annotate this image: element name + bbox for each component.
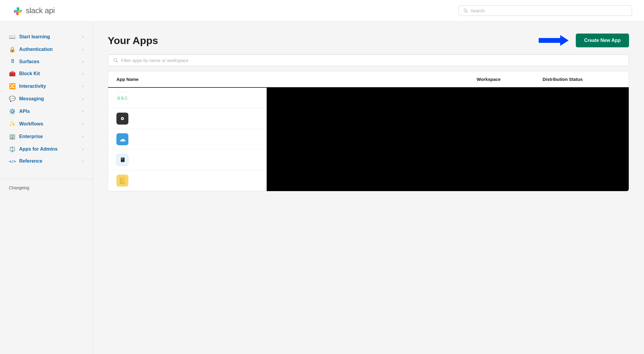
chevron-right-icon: › bbox=[82, 35, 83, 39]
svg-point-7 bbox=[122, 118, 123, 119]
right-arrow-icon bbox=[539, 34, 569, 47]
sidebar-item-label: Block Kit bbox=[19, 71, 40, 76]
apis-icon: ⚙️ bbox=[9, 108, 16, 115]
workflows-icon: ✨ bbox=[9, 121, 16, 127]
main-content: Your Apps Create New App App Name bbox=[93, 22, 644, 354]
authentication-icon: 🔒 bbox=[9, 46, 16, 53]
sidebar-item-label: Messaging bbox=[19, 96, 44, 102]
logo-text: slack api bbox=[26, 6, 55, 15]
slack-logo-icon bbox=[12, 5, 23, 16]
chevron-right-icon: › bbox=[82, 147, 83, 151]
interactivity-icon: 🔀 bbox=[9, 83, 16, 90]
sidebar: 📖 Start learning › 🔒 Authentication › ⠿ … bbox=[0, 22, 93, 354]
header: slack api bbox=[0, 0, 644, 22]
sidebar-item-interactivity[interactable]: 🔀 Interactivity › bbox=[0, 80, 92, 93]
sidebar-item-enterprise[interactable]: 🏢 Enterprise › bbox=[0, 130, 92, 143]
chevron-right-icon: › bbox=[82, 47, 83, 52]
col-app-name: App Name bbox=[116, 77, 477, 82]
filter-input[interactable] bbox=[121, 58, 623, 63]
sidebar-item-label: Surfaces bbox=[19, 59, 40, 64]
page-title: Your Apps bbox=[108, 35, 158, 46]
app-icon: ☁ bbox=[116, 133, 128, 145]
sidebar-nav: 📖 Start learning › 🔒 Authentication › ⠿ … bbox=[0, 31, 92, 167]
sidebar-item-reference[interactable]: </> Reference › bbox=[0, 155, 92, 167]
redacted-overlay bbox=[267, 88, 629, 191]
chevron-right-icon: › bbox=[82, 134, 83, 139]
create-new-app-button[interactable]: Create New App bbox=[576, 34, 629, 47]
logo-area: slack api bbox=[12, 5, 55, 16]
changelog-link[interactable]: Changelog bbox=[9, 185, 29, 190]
enterprise-icon: 🏢 bbox=[9, 133, 16, 140]
app-icon: 🖥 bbox=[116, 154, 128, 166]
svg-marker-2 bbox=[539, 35, 569, 46]
sidebar-item-label: Interactivity bbox=[19, 84, 46, 89]
search-icon bbox=[464, 8, 468, 13]
chevron-right-icon: › bbox=[82, 122, 83, 126]
col-workspace: Workspace bbox=[477, 77, 543, 82]
chevron-right-icon: › bbox=[82, 159, 83, 163]
sidebar-item-surfaces[interactable]: ⠿ Surfaces › bbox=[0, 56, 92, 67]
search-input[interactable] bbox=[470, 8, 627, 13]
messaging-icon: 💬 bbox=[9, 96, 16, 102]
svg-line-4 bbox=[116, 61, 118, 62]
reference-icon: </> bbox=[9, 159, 16, 164]
sidebar-item-apis[interactable]: ⚙️ APIs › bbox=[0, 105, 92, 118]
sidebar-item-messaging[interactable]: 💬 Messaging › bbox=[0, 93, 92, 105]
header-right: Create New App bbox=[539, 34, 629, 47]
circle-logo-icon bbox=[118, 114, 127, 123]
sidebar-item-label: Reference bbox=[19, 158, 42, 164]
chevron-right-icon: › bbox=[82, 97, 83, 101]
surfaces-icon: ⠿ bbox=[9, 59, 16, 64]
sidebar-item-label: Apps for Admins bbox=[19, 146, 57, 152]
col-distribution-status: Distribution Status bbox=[543, 77, 620, 82]
filter-box[interactable] bbox=[108, 55, 629, 66]
app-icon: えもじ bbox=[116, 92, 128, 104]
sidebar-item-label: Authentication bbox=[19, 47, 53, 52]
chevron-right-icon: › bbox=[82, 72, 83, 76]
sidebar-item-block-kit[interactable]: 🧰 Block Kit › bbox=[0, 67, 92, 80]
apps-table: App Name Workspace Distribution Status え… bbox=[108, 71, 629, 191]
app-icon: 📒 bbox=[116, 175, 128, 187]
block-kit-icon: 🧰 bbox=[9, 70, 16, 77]
chevron-right-icon: › bbox=[82, 84, 83, 88]
start-learning-icon: 📖 bbox=[9, 34, 16, 40]
sidebar-item-label: APIs bbox=[19, 109, 30, 114]
search-box[interactable] bbox=[458, 5, 632, 16]
sidebar-item-workflows[interactable]: ✨ Workflows › bbox=[0, 118, 92, 130]
sidebar-item-label: Enterprise bbox=[19, 134, 43, 139]
page-layout: 📖 Start learning › 🔒 Authentication › ⠿ … bbox=[0, 22, 644, 354]
page-header: Your Apps Create New App bbox=[108, 34, 629, 47]
svg-line-1 bbox=[467, 11, 468, 13]
table-header: App Name Workspace Distribution Status bbox=[108, 71, 629, 88]
apps-for-admins-icon: ⚖️ bbox=[9, 146, 16, 152]
sidebar-item-apps-for-admins[interactable]: ⚖️ Apps for Admins › bbox=[0, 143, 92, 155]
table-body: えもじ bbox=[108, 88, 629, 191]
arrow-indicator bbox=[539, 34, 569, 47]
filter-search-icon bbox=[113, 58, 118, 63]
app-icon bbox=[116, 113, 128, 125]
sidebar-item-authentication[interactable]: 🔒 Authentication › bbox=[0, 43, 92, 56]
sidebar-item-label: Start learning bbox=[19, 34, 50, 40]
sidebar-item-start-learning[interactable]: 📖 Start learning › bbox=[0, 31, 92, 43]
chevron-right-icon: › bbox=[82, 109, 83, 114]
sidebar-footer: Changelog bbox=[0, 179, 92, 190]
chevron-right-icon: › bbox=[82, 60, 83, 64]
sidebar-item-label: Workflows bbox=[19, 121, 43, 127]
